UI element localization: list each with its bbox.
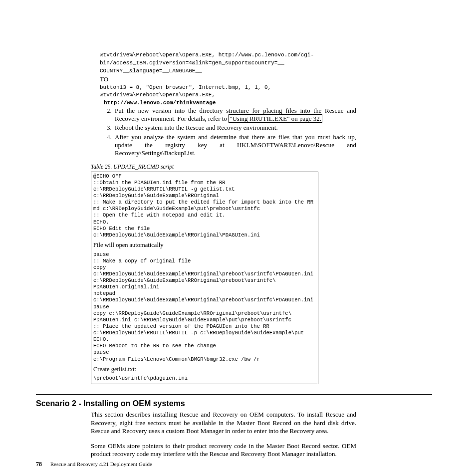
list-text: Reboot the system into the Rescue and Re… bbox=[115, 124, 278, 131]
bold-url: http://www.lenovo.com/thinkvantage bbox=[104, 100, 432, 107]
list-number: 4. bbox=[107, 133, 112, 141]
list-number: 2. bbox=[107, 107, 112, 115]
code-line: bin/access_IBM.cgi?version=4&link=gen_su… bbox=[100, 60, 432, 67]
body-paragraph: Some OEMs store pointers to their produc… bbox=[91, 442, 356, 459]
cross-ref-link[interactable]: "Using RRUTIL.EXE" on page 32. bbox=[229, 114, 322, 123]
code-line: button13 = 8, "Open browser", Internet.b… bbox=[100, 84, 432, 91]
to-label: TO bbox=[100, 75, 432, 83]
section-divider bbox=[36, 394, 432, 395]
section-heading: Scenario 2 - Installing on OEM systems bbox=[36, 399, 432, 409]
list-item: 3. Reboot the system into the Rescue and… bbox=[107, 124, 356, 132]
page-number: 78 bbox=[36, 461, 42, 468]
table-caption: Table 25. UPDATE_RR.CMD script bbox=[91, 163, 432, 170]
code-line: %tvtdrive%\Preboot\Opera\Opera.EXE, bbox=[100, 92, 432, 99]
script-block: @ECHO OFF ::Obtain the PDAGUIen.ini file… bbox=[93, 173, 316, 238]
list-item: 4. After you analyze the system and dete… bbox=[107, 133, 356, 158]
list-number: 3. bbox=[107, 124, 112, 132]
footer-title: Rescue and Recovery 4.21 Deployment Guid… bbox=[50, 461, 152, 467]
script-box: @ECHO OFF ::Obtain the PDAGUIen.ini file… bbox=[91, 172, 318, 385]
body-paragraph: This section describes installing Rescue… bbox=[91, 411, 356, 435]
list-item: 2. Put the new version into the director… bbox=[107, 107, 356, 123]
code-line: %tvtdrive%\Preboot\Opera\Opera.EXE, http… bbox=[100, 52, 432, 59]
script-note: Create getlist.txt: bbox=[93, 366, 316, 374]
list-text: After you analyze the system and determi… bbox=[115, 133, 356, 157]
script-block: pause :: Make a copy of original file co… bbox=[93, 251, 316, 363]
code-line: COUNTRY__&language=__LANGUAGE__ bbox=[100, 68, 432, 75]
page-footer: 78 Rescue and Recovery 4.21 Deployment G… bbox=[36, 461, 152, 468]
script-note: File will open automatically bbox=[93, 241, 316, 249]
script-block: \preboot\usrintfc\pdaguien.ini bbox=[93, 375, 316, 382]
